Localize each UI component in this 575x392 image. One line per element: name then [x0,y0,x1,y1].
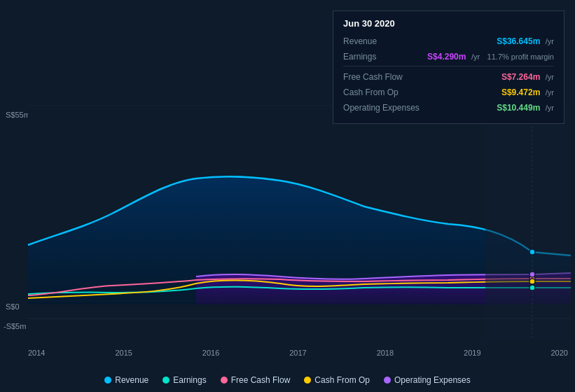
x-label-2014: 2014 [28,349,45,357]
x-label-2019: 2019 [464,349,480,357]
tooltip-row-opex: Operating Expenses S$10.449m /yr [343,101,554,113]
legend-dot-revenue [104,377,111,384]
svg-rect-5 [485,105,571,340]
x-label-2015: 2015 [115,349,132,357]
tooltip-unit-fcf: /yr [546,73,554,81]
tooltip-unit-earnings: /yr [471,52,480,61]
tooltip-label-fcf: Free Cash Flow [343,72,427,82]
tooltip-row-fcf: Free Cash Flow S$7.264m /yr [343,70,554,83]
svg-point-7 [529,285,535,290]
x-axis-labels: 2014 2015 2016 2017 2018 2019 2020 [28,349,568,357]
tooltip-value-cashfromop: S$9.472m [501,88,540,97]
x-label-2016: 2016 [202,349,219,357]
tooltip-profit-margin: 11.7% profit margin [487,52,554,61]
legend-label-cashfromop: Cash From Op [314,375,370,385]
tooltip-row-earnings: Earnings S$4.290m /yr 11.7% profit margi… [343,50,554,62]
legend-dot-cashfromop [304,377,311,384]
tooltip-date: Jun 30 2020 [343,18,554,29]
legend-label-earnings: Earnings [173,375,206,385]
x-label-2017: 2017 [289,349,306,357]
x-label-2018: 2018 [377,349,394,357]
legend-item-cashfromop[interactable]: Cash From Op [304,375,370,385]
legend-item-opex[interactable]: Operating Expenses [384,375,471,385]
legend-dot-fcf [221,377,228,384]
tooltip-value-opex: S$10.449m [497,103,540,113]
tooltip-unit-cashfromop: /yr [546,88,554,97]
legend-label-opex: Operating Expenses [394,375,471,385]
legend-dot-opex [384,377,391,384]
tooltip-value-fcf: S$7.264m [501,72,540,82]
legend-item-revenue[interactable]: Revenue [104,375,148,385]
svg-point-9 [529,279,535,284]
tooltip-row-revenue: Revenue S$36.645m /yr [343,34,554,47]
chart-legend: Revenue Earnings Free Cash Flow Cash Fro… [0,375,575,385]
svg-point-10 [529,272,535,277]
tooltip-unit-revenue: /yr [546,37,554,46]
svg-point-6 [529,249,535,255]
tooltip-label-earnings: Earnings [343,52,427,62]
tooltip-label-cashfromop: Cash From Op [343,88,427,97]
x-label-2020: 2020 [550,349,567,357]
tooltip-panel: Jun 30 2020 Revenue S$36.645m /yr Earnin… [333,10,564,124]
legend-dot-earnings [162,377,169,384]
tooltip-unit-opex: /yr [546,104,554,112]
tooltip-label-opex: Operating Expenses [343,103,427,113]
legend-item-fcf[interactable]: Free Cash Flow [221,375,291,385]
tooltip-value-earnings: S$4.290m [427,52,466,62]
tooltip-label-revenue: Revenue [343,36,427,46]
legend-label-fcf: Free Cash Flow [231,375,291,385]
legend-item-earnings[interactable]: Earnings [162,375,206,385]
tooltip-row-cashfromop: Cash From Op S$9.472m /yr [343,85,554,98]
legend-label-revenue: Revenue [115,375,148,385]
chart-svg [0,105,575,371]
tooltip-value-revenue: S$36.645m [497,36,540,46]
